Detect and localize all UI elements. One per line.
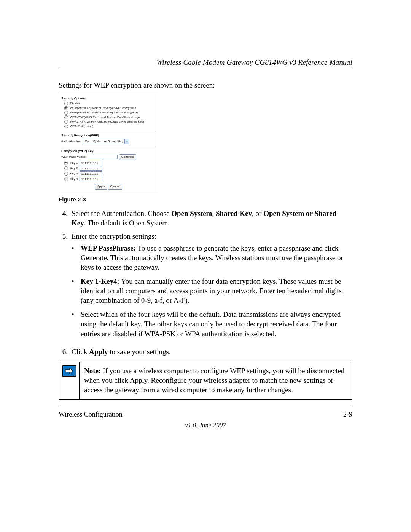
key4-input[interactable]: 1111111111	[80, 177, 102, 181]
key2-label: Key 2	[70, 166, 78, 170]
note-box: Note: If you use a wireless computer to …	[59, 362, 352, 400]
running-header: Wireless Cable Modem Gateway CG814WG v3 …	[59, 58, 352, 70]
security-options-header: Security Options	[61, 97, 156, 101]
bold: WEP PassPhrase:	[81, 244, 136, 252]
step-list: 4. Select the Authentication. Choose Ope…	[59, 209, 352, 356]
key1-label: Key 1	[70, 161, 78, 165]
key1-row[interactable]: Key 11111111111	[64, 160, 156, 166]
passphrase-input[interactable]	[88, 155, 118, 159]
text: , or	[252, 209, 263, 217]
key4-row[interactable]: Key 41111111111	[64, 176, 156, 182]
radio-icon	[64, 102, 68, 105]
intro-paragraph: Settings for WEP encryption are shown on…	[59, 81, 352, 90]
bullet-passphrase: • WEP PassPhrase: To use a passphrase to…	[72, 243, 352, 272]
auth-select[interactable]: Open System or Shared Key	[83, 139, 129, 144]
text: to save your settings.	[108, 348, 171, 356]
key2-row[interactable]: Key 21111111111	[64, 166, 156, 171]
opt-wep64[interactable]: WEP(Wired Equivalent Privacy) 64-bit enc…	[61, 106, 156, 110]
opt-wep128[interactable]: WEP(Wired Equivalent Privacy) 128-bit en…	[61, 110, 156, 115]
step-5: 5. Enter the encryption settings: • WEP …	[59, 232, 352, 343]
bold: Open System	[171, 209, 212, 217]
enc-key-header: Encryption (WEP) Key:	[61, 149, 156, 153]
bold: Apply	[89, 348, 108, 356]
opt-wpapsk[interactable]: WPA-PSK(Wi-Fi Protected Access Pre-Share…	[61, 115, 156, 120]
screenshot-panel: Security Options Disable WEP(Wired Equiv…	[59, 94, 158, 192]
bullet-default-key: • Select which of the four keys will be …	[72, 310, 352, 338]
auth-select-value: Open System or Shared Key	[85, 139, 124, 143]
step-4: 4. Select the Authentication. Choose Ope…	[59, 209, 352, 228]
bullet-icon: •	[72, 243, 75, 272]
key2-input[interactable]: 1111111111	[80, 166, 102, 171]
step-number: 4.	[59, 209, 68, 228]
radio-icon	[64, 111, 68, 115]
opt-wep64-label: WEP(Wired Equivalent Privacy) 64-bit enc…	[70, 106, 136, 110]
apply-button[interactable]: Apply	[95, 184, 107, 190]
bullet-icon: •	[72, 276, 75, 305]
key3-label: Key 3	[70, 172, 78, 176]
footer-page-number: 2-9	[343, 411, 352, 419]
opt-wpa2psk-label: WPA2-PSK(Wi-Fi Protected Access 2 Pre-Sh…	[70, 120, 144, 124]
key4-label: Key 4	[70, 177, 78, 181]
step-number: 5.	[59, 232, 68, 343]
passphrase-label: WEP PassPhrase:	[61, 155, 86, 159]
opt-wpapsk-label: WPA-PSK(Wi-Fi Protected Access Pre-Share…	[70, 115, 140, 119]
opt-disable[interactable]: Disable	[61, 101, 156, 106]
opt-wpaent[interactable]: WPA (Enterprise)	[61, 124, 156, 129]
footer-version: v1.0, June 2007	[59, 422, 352, 429]
note-label: Note:	[84, 367, 101, 375]
radio-icon	[64, 161, 68, 165]
text: Select the Authentication. Choose	[72, 209, 171, 217]
key1-input[interactable]: 1111111111	[80, 161, 102, 165]
footer-section: Wireless Configuration	[59, 411, 123, 419]
text: You can manually enter the four data enc…	[81, 277, 342, 304]
radio-icon	[64, 120, 68, 124]
text: Enter the encryption settings:	[72, 232, 156, 240]
generate-button[interactable]: Generate	[119, 154, 136, 160]
step-6: 6. Click Apply to save your settings.	[59, 347, 352, 356]
encryption-header: Security Encryption(WEP)	[61, 134, 156, 137]
text: Click	[72, 348, 89, 356]
radio-icon	[64, 172, 68, 176]
radio-icon	[64, 125, 68, 128]
bold: Shared Key	[216, 209, 252, 217]
key3-row[interactable]: Key 31111111111	[64, 171, 156, 176]
step-number: 6.	[59, 347, 68, 356]
key3-input[interactable]: 1111111111	[80, 171, 102, 176]
arrow-right-icon	[62, 365, 76, 377]
radio-icon	[64, 177, 68, 181]
bullet-keys: • Key 1-Key4: You can manually enter the…	[72, 276, 352, 305]
page-footer: Wireless Configuration 2-9 v1.0, June 20…	[59, 408, 352, 429]
opt-wpaent-label: WPA (Enterprise)	[70, 125, 93, 128]
text: ,	[212, 209, 216, 217]
bullet-list: • WEP PassPhrase: To use a passphrase to…	[72, 243, 352, 339]
opt-disable-label: Disable	[70, 102, 80, 105]
radio-icon	[64, 166, 68, 170]
chevron-down-icon	[124, 139, 129, 144]
text: . The default is Open System.	[84, 219, 170, 227]
opt-wep128-label: WEP(Wired Equivalent Privacy) 128-bit en…	[70, 111, 138, 115]
text: Select which of the four keys will be th…	[81, 310, 341, 337]
auth-label: Authentication:	[61, 139, 81, 143]
bold: Key 1-Key4:	[81, 277, 119, 285]
radio-icon	[64, 106, 68, 110]
bullet-icon: •	[72, 310, 75, 338]
radio-icon	[64, 115, 68, 119]
note-text: If you use a wireless computer to config…	[84, 367, 344, 394]
opt-wpa2psk[interactable]: WPA2-PSK(Wi-Fi Protected Access 2 Pre-Sh…	[61, 120, 156, 124]
figure-caption: Figure 2-3	[59, 196, 352, 203]
cancel-button[interactable]: Cancel	[108, 184, 122, 190]
